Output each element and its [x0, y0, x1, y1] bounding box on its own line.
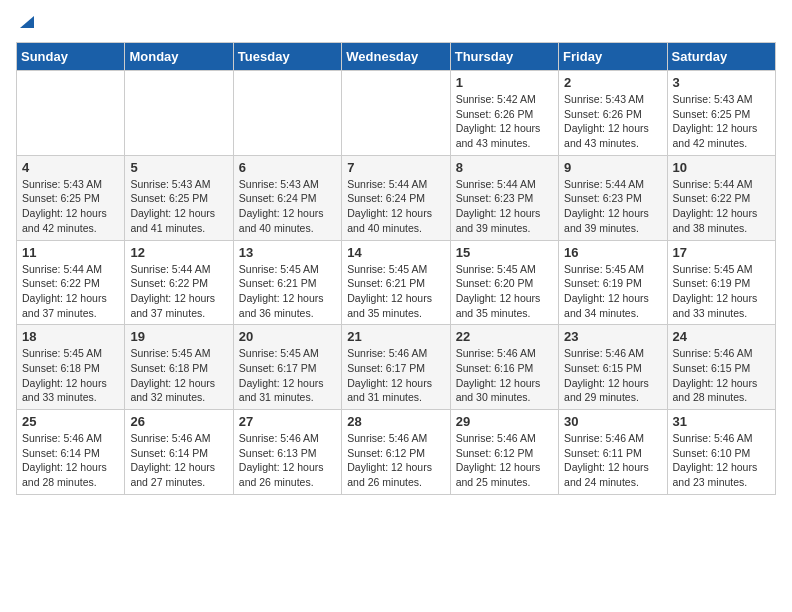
day-info: Sunrise: 5:46 AM Sunset: 6:15 PM Dayligh…: [564, 346, 661, 405]
day-info: Sunrise: 5:43 AM Sunset: 6:24 PM Dayligh…: [239, 177, 336, 236]
day-number: 14: [347, 245, 444, 260]
weekday-header-wednesday: Wednesday: [342, 43, 450, 71]
day-number: 18: [22, 329, 119, 344]
day-number: 31: [673, 414, 770, 429]
day-number: 12: [130, 245, 227, 260]
calendar-cell: [125, 71, 233, 156]
day-info: Sunrise: 5:46 AM Sunset: 6:12 PM Dayligh…: [456, 431, 553, 490]
svg-marker-0: [20, 16, 34, 28]
calendar-table: SundayMondayTuesdayWednesdayThursdayFrid…: [16, 42, 776, 495]
weekday-header-friday: Friday: [559, 43, 667, 71]
calendar-week-row: 1Sunrise: 5:42 AM Sunset: 6:26 PM Daylig…: [17, 71, 776, 156]
day-info: Sunrise: 5:44 AM Sunset: 6:22 PM Dayligh…: [130, 262, 227, 321]
day-number: 9: [564, 160, 661, 175]
calendar-cell: 23Sunrise: 5:46 AM Sunset: 6:15 PM Dayli…: [559, 325, 667, 410]
calendar-cell: 21Sunrise: 5:46 AM Sunset: 6:17 PM Dayli…: [342, 325, 450, 410]
calendar-cell: 17Sunrise: 5:45 AM Sunset: 6:19 PM Dayli…: [667, 240, 775, 325]
day-info: Sunrise: 5:45 AM Sunset: 6:21 PM Dayligh…: [347, 262, 444, 321]
weekday-header-saturday: Saturday: [667, 43, 775, 71]
calendar-cell: [342, 71, 450, 156]
calendar-cell: 19Sunrise: 5:45 AM Sunset: 6:18 PM Dayli…: [125, 325, 233, 410]
calendar-cell: [233, 71, 341, 156]
day-number: 16: [564, 245, 661, 260]
day-number: 6: [239, 160, 336, 175]
calendar-cell: 22Sunrise: 5:46 AM Sunset: 6:16 PM Dayli…: [450, 325, 558, 410]
day-number: 13: [239, 245, 336, 260]
calendar-cell: 18Sunrise: 5:45 AM Sunset: 6:18 PM Dayli…: [17, 325, 125, 410]
day-info: Sunrise: 5:42 AM Sunset: 6:26 PM Dayligh…: [456, 92, 553, 151]
weekday-header-sunday: Sunday: [17, 43, 125, 71]
day-number: 1: [456, 75, 553, 90]
day-info: Sunrise: 5:44 AM Sunset: 6:22 PM Dayligh…: [673, 177, 770, 236]
calendar-cell: 13Sunrise: 5:45 AM Sunset: 6:21 PM Dayli…: [233, 240, 341, 325]
calendar-cell: 31Sunrise: 5:46 AM Sunset: 6:10 PM Dayli…: [667, 410, 775, 495]
day-info: Sunrise: 5:44 AM Sunset: 6:24 PM Dayligh…: [347, 177, 444, 236]
calendar-cell: 25Sunrise: 5:46 AM Sunset: 6:14 PM Dayli…: [17, 410, 125, 495]
weekday-header-tuesday: Tuesday: [233, 43, 341, 71]
day-info: Sunrise: 5:46 AM Sunset: 6:16 PM Dayligh…: [456, 346, 553, 405]
day-number: 2: [564, 75, 661, 90]
calendar-week-row: 25Sunrise: 5:46 AM Sunset: 6:14 PM Dayli…: [17, 410, 776, 495]
calendar-cell: 27Sunrise: 5:46 AM Sunset: 6:13 PM Dayli…: [233, 410, 341, 495]
day-number: 7: [347, 160, 444, 175]
day-number: 25: [22, 414, 119, 429]
day-number: 8: [456, 160, 553, 175]
day-info: Sunrise: 5:46 AM Sunset: 6:14 PM Dayligh…: [130, 431, 227, 490]
day-number: 23: [564, 329, 661, 344]
day-number: 10: [673, 160, 770, 175]
day-info: Sunrise: 5:46 AM Sunset: 6:10 PM Dayligh…: [673, 431, 770, 490]
calendar-cell: 30Sunrise: 5:46 AM Sunset: 6:11 PM Dayli…: [559, 410, 667, 495]
day-info: Sunrise: 5:45 AM Sunset: 6:19 PM Dayligh…: [673, 262, 770, 321]
weekday-header-thursday: Thursday: [450, 43, 558, 71]
calendar-cell: 29Sunrise: 5:46 AM Sunset: 6:12 PM Dayli…: [450, 410, 558, 495]
calendar-cell: 28Sunrise: 5:46 AM Sunset: 6:12 PM Dayli…: [342, 410, 450, 495]
calendar-cell: 3Sunrise: 5:43 AM Sunset: 6:25 PM Daylig…: [667, 71, 775, 156]
calendar-cell: 6Sunrise: 5:43 AM Sunset: 6:24 PM Daylig…: [233, 155, 341, 240]
day-number: 26: [130, 414, 227, 429]
calendar-cell: 1Sunrise: 5:42 AM Sunset: 6:26 PM Daylig…: [450, 71, 558, 156]
calendar-cell: 5Sunrise: 5:43 AM Sunset: 6:25 PM Daylig…: [125, 155, 233, 240]
day-info: Sunrise: 5:45 AM Sunset: 6:18 PM Dayligh…: [22, 346, 119, 405]
day-info: Sunrise: 5:44 AM Sunset: 6:22 PM Dayligh…: [22, 262, 119, 321]
calendar-cell: 9Sunrise: 5:44 AM Sunset: 6:23 PM Daylig…: [559, 155, 667, 240]
day-number: 3: [673, 75, 770, 90]
day-info: Sunrise: 5:46 AM Sunset: 6:14 PM Dayligh…: [22, 431, 119, 490]
day-info: Sunrise: 5:43 AM Sunset: 6:25 PM Dayligh…: [673, 92, 770, 151]
day-info: Sunrise: 5:46 AM Sunset: 6:12 PM Dayligh…: [347, 431, 444, 490]
day-number: 4: [22, 160, 119, 175]
page-header: [16, 16, 776, 30]
day-info: Sunrise: 5:46 AM Sunset: 6:17 PM Dayligh…: [347, 346, 444, 405]
day-info: Sunrise: 5:43 AM Sunset: 6:26 PM Dayligh…: [564, 92, 661, 151]
day-number: 21: [347, 329, 444, 344]
calendar-cell: 8Sunrise: 5:44 AM Sunset: 6:23 PM Daylig…: [450, 155, 558, 240]
logo: [16, 16, 36, 30]
calendar-week-row: 18Sunrise: 5:45 AM Sunset: 6:18 PM Dayli…: [17, 325, 776, 410]
calendar-cell: 16Sunrise: 5:45 AM Sunset: 6:19 PM Dayli…: [559, 240, 667, 325]
day-info: Sunrise: 5:45 AM Sunset: 6:20 PM Dayligh…: [456, 262, 553, 321]
calendar-cell: 12Sunrise: 5:44 AM Sunset: 6:22 PM Dayli…: [125, 240, 233, 325]
day-number: 29: [456, 414, 553, 429]
calendar-week-row: 4Sunrise: 5:43 AM Sunset: 6:25 PM Daylig…: [17, 155, 776, 240]
weekday-header-row: SundayMondayTuesdayWednesdayThursdayFrid…: [17, 43, 776, 71]
calendar-cell: [17, 71, 125, 156]
calendar-cell: 7Sunrise: 5:44 AM Sunset: 6:24 PM Daylig…: [342, 155, 450, 240]
day-number: 22: [456, 329, 553, 344]
calendar-cell: 10Sunrise: 5:44 AM Sunset: 6:22 PM Dayli…: [667, 155, 775, 240]
day-info: Sunrise: 5:46 AM Sunset: 6:13 PM Dayligh…: [239, 431, 336, 490]
day-info: Sunrise: 5:46 AM Sunset: 6:15 PM Dayligh…: [673, 346, 770, 405]
day-number: 27: [239, 414, 336, 429]
day-info: Sunrise: 5:44 AM Sunset: 6:23 PM Dayligh…: [456, 177, 553, 236]
day-info: Sunrise: 5:45 AM Sunset: 6:21 PM Dayligh…: [239, 262, 336, 321]
day-info: Sunrise: 5:43 AM Sunset: 6:25 PM Dayligh…: [130, 177, 227, 236]
calendar-cell: 20Sunrise: 5:45 AM Sunset: 6:17 PM Dayli…: [233, 325, 341, 410]
day-number: 11: [22, 245, 119, 260]
day-info: Sunrise: 5:43 AM Sunset: 6:25 PM Dayligh…: [22, 177, 119, 236]
day-number: 17: [673, 245, 770, 260]
day-info: Sunrise: 5:44 AM Sunset: 6:23 PM Dayligh…: [564, 177, 661, 236]
weekday-header-monday: Monday: [125, 43, 233, 71]
day-number: 24: [673, 329, 770, 344]
calendar-week-row: 11Sunrise: 5:44 AM Sunset: 6:22 PM Dayli…: [17, 240, 776, 325]
calendar-cell: 2Sunrise: 5:43 AM Sunset: 6:26 PM Daylig…: [559, 71, 667, 156]
calendar-cell: 24Sunrise: 5:46 AM Sunset: 6:15 PM Dayli…: [667, 325, 775, 410]
calendar-cell: 15Sunrise: 5:45 AM Sunset: 6:20 PM Dayli…: [450, 240, 558, 325]
